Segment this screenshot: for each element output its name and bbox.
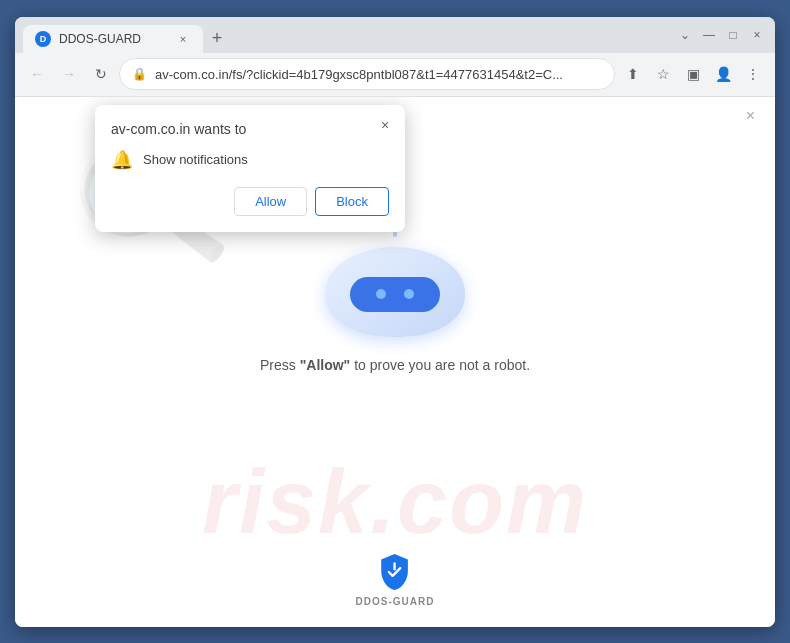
robot-eye-right: [404, 289, 414, 299]
title-bar: D DDOS-GUARD × + ⌄ — □ ×: [15, 17, 775, 53]
watermark-text: risk.com: [15, 457, 775, 547]
browser-window: D DDOS-GUARD × + ⌄ — □ × ← → ↻ 🔒 av-com.…: [15, 17, 775, 627]
ddos-shield-icon: [377, 552, 413, 592]
browser-content: 🔍 risk.com × Press "Allow" to prove you …: [15, 97, 775, 627]
bookmark-icon[interactable]: ☆: [649, 60, 677, 88]
lock-icon: 🔒: [132, 67, 147, 81]
tab-close-button[interactable]: ×: [175, 31, 191, 47]
menu-icon[interactable]: ⋮: [739, 60, 767, 88]
bell-icon: 🔔: [111, 149, 133, 171]
tab-favicon: D: [35, 31, 51, 47]
popup-buttons: Allow Block: [111, 187, 389, 216]
robot-face: [350, 277, 440, 312]
background-close-icon[interactable]: ×: [746, 107, 755, 125]
forward-button[interactable]: →: [55, 60, 83, 88]
ddos-guard-footer: DDOS-GUARD: [356, 552, 435, 607]
robot-illustration: [325, 217, 465, 337]
toolbar-icons: ⬆ ☆ ▣ 👤 ⋮: [619, 60, 767, 88]
back-button[interactable]: ←: [23, 60, 51, 88]
profile-icon[interactable]: 👤: [709, 60, 737, 88]
url-bar[interactable]: 🔒 av-com.co.in/fs/?clickid=4b179gxsc8pnt…: [119, 58, 615, 90]
maximize-button[interactable]: □: [723, 25, 743, 45]
window-chevron-down-icon[interactable]: ⌄: [675, 25, 695, 45]
close-window-button[interactable]: ×: [747, 25, 767, 45]
new-tab-button[interactable]: +: [203, 25, 231, 53]
sidebar-icon[interactable]: ▣: [679, 60, 707, 88]
url-text: av-com.co.in/fs/?clickid=4b179gxsc8pntbl…: [155, 67, 602, 82]
robot-eye-left: [376, 289, 386, 299]
robot-body: [325, 247, 465, 337]
refresh-button[interactable]: ↻: [87, 60, 115, 88]
tab-title: DDOS-GUARD: [59, 32, 167, 46]
address-bar: ← → ↻ 🔒 av-com.co.in/fs/?clickid=4b179gx…: [15, 53, 775, 97]
ddos-label: DDOS-GUARD: [356, 596, 435, 607]
block-button[interactable]: Block: [315, 187, 389, 216]
popup-permission: 🔔 Show notifications: [111, 149, 389, 171]
tab-area: D DDOS-GUARD × +: [23, 17, 669, 53]
share-icon[interactable]: ⬆: [619, 60, 647, 88]
prove-text: Press "Allow" to prove you are not a rob…: [260, 357, 530, 373]
allow-button[interactable]: Allow: [234, 187, 307, 216]
window-controls: ⌄ — □ ×: [675, 25, 767, 45]
browser-tab[interactable]: D DDOS-GUARD ×: [23, 25, 203, 53]
notification-popup: × av-com.co.in wants to 🔔 Show notificat…: [95, 105, 405, 232]
popup-close-button[interactable]: ×: [375, 115, 395, 135]
permission-text: Show notifications: [143, 152, 248, 167]
minimize-button[interactable]: —: [699, 25, 719, 45]
popup-title: av-com.co.in wants to: [111, 121, 389, 137]
